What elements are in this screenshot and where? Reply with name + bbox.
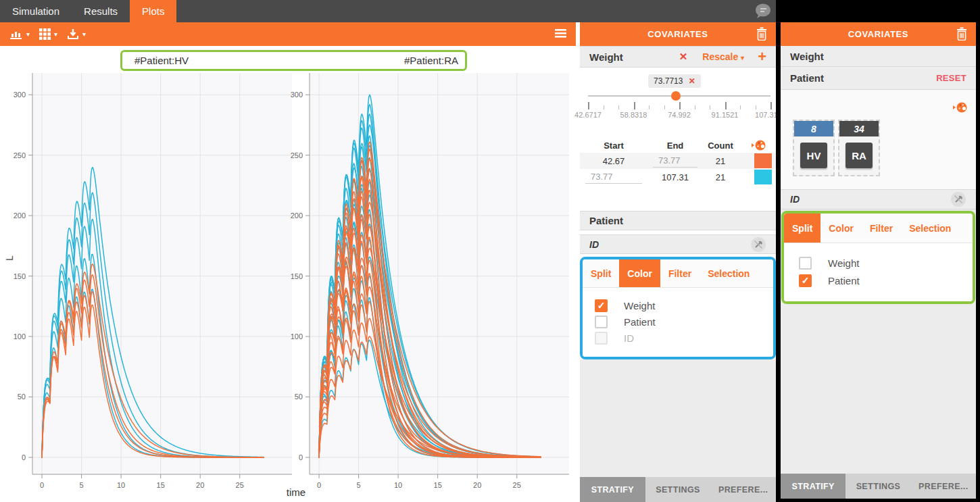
trash-icon[interactable] (956, 27, 968, 43)
group-ra-button[interactable]: RA (846, 143, 873, 168)
weight-label: Weight (589, 51, 679, 63)
eyedropper-disabled-icon[interactable] (750, 236, 766, 253)
group1-start: 42.67 (580, 156, 647, 166)
overlay-patient-header[interactable]: Patient RESET (781, 67, 976, 90)
tab-settings[interactable]: SETTINGS (645, 477, 711, 502)
overlay-covariates-title: COVARIATES (848, 29, 908, 39)
tab-plots[interactable]: Plots (130, 0, 176, 22)
covariates-title: COVARIATES (647, 29, 708, 39)
group2-color-swatch[interactable] (754, 170, 772, 184)
tab-color[interactable]: Color (619, 259, 660, 287)
checkbox-row-patient[interactable]: Patient (595, 313, 773, 330)
weight-section-header[interactable]: Weight ✕ Rescale ▾ + (580, 46, 776, 68)
tab-filter[interactable]: Filter (660, 259, 700, 287)
export-button[interactable]: ▾ (67, 28, 86, 40)
tab-stratify[interactable]: STRATIFY (580, 477, 645, 502)
app-window: Simulation Results Plots ▾ (0, 0, 980, 502)
id-section-header[interactable]: ID (580, 234, 776, 254)
overlay-weight-label: Weight (790, 51, 824, 62)
tab-selection[interactable]: Selection (901, 214, 959, 243)
slider-tick-label: 58.8318 (620, 111, 647, 119)
checkbox-row-patient[interactable]: ✓ Patient (799, 272, 973, 289)
tab-selection[interactable]: Selection (700, 259, 758, 287)
svg-text:250: 250 (14, 151, 26, 159)
plot-menu-button[interactable] (555, 28, 566, 41)
reset-button[interactable]: RESET (936, 73, 966, 83)
svg-text:100: 100 (14, 332, 26, 341)
id-checkbox-label: ID (624, 332, 634, 344)
plot-left-hv[interactable]: 0510152025050100150200250300 (0, 59, 293, 497)
plot-title-left: #Patient:HV (134, 55, 189, 66)
tab-preferences[interactable]: PREFERE... (710, 477, 776, 502)
plot-right-ra[interactable]: 0510152025050100150200250300 (277, 59, 570, 497)
svg-text:0: 0 (299, 453, 303, 461)
overlay-weight-header[interactable]: Weight (781, 46, 976, 67)
remove-cut-icon[interactable]: ✕ (689, 76, 695, 86)
add-group-button[interactable]: + (758, 50, 766, 64)
eyedropper-disabled-icon[interactable] (950, 191, 966, 207)
slider-tick-label: 42.6717 (574, 111, 602, 119)
col-count: Count (703, 141, 738, 151)
weight-checkbox[interactable]: ✓ (595, 299, 608, 312)
chevron-down-icon: ▾ (741, 54, 744, 61)
rescale-dropdown[interactable]: Rescale ▾ (702, 51, 744, 62)
group-row-2: 73.77 107.31 21 (580, 169, 776, 185)
overlay-id-label: ID (790, 194, 800, 205)
group2-count: 21 (703, 172, 738, 182)
layout-grid-icon (39, 28, 51, 40)
tab-simulation[interactable]: Simulation (0, 0, 72, 22)
weight-checkbox[interactable] (799, 257, 812, 270)
group-hv-box[interactable]: 8 HV (793, 120, 835, 176)
tab-stratify[interactable]: STRATIFY (781, 474, 846, 499)
chart-type-button[interactable]: ▾ (9, 29, 30, 40)
palette-button[interactable] (738, 140, 776, 151)
tab-filter[interactable]: Filter (862, 214, 901, 243)
svg-text:0: 0 (22, 453, 26, 461)
weight-slider-section: 73.7713 ✕ 42.671758.831874.99291.1521107… (580, 68, 776, 138)
tab-settings[interactable]: SETTINGS (846, 474, 910, 499)
weight-checkbox-label: Weight (828, 257, 859, 269)
palette-button[interactable] (953, 102, 968, 116)
export-download-icon (67, 28, 79, 40)
color-checkbox-list: ✓ Weight Patient ID (583, 288, 773, 357)
svg-text:10: 10 (394, 481, 402, 489)
slider-value-chip[interactable]: 73.7713 ✕ (648, 74, 701, 88)
slider-tick-label: 74.992 (668, 111, 691, 119)
trash-icon[interactable] (756, 27, 768, 43)
group-hv-button[interactable]: HV (800, 143, 827, 168)
overlay-filler (781, 304, 976, 474)
patient-section-header[interactable]: Patient (580, 211, 776, 230)
id-checkbox (595, 332, 608, 345)
slider-track[interactable] (588, 95, 770, 97)
tab-color[interactable]: Color (820, 214, 862, 243)
group-ra-box[interactable]: 34 RA (838, 120, 880, 176)
svg-text:20: 20 (196, 481, 204, 489)
group2-start-input[interactable]: 73.77 (585, 170, 642, 184)
patient-checkbox-label: Patient (624, 316, 656, 328)
checkbox-row-weight[interactable]: ✓ Weight (595, 297, 773, 313)
slider-thumb[interactable] (671, 91, 681, 101)
group1-color-swatch[interactable] (754, 153, 772, 168)
chevron-down-icon: ▾ (82, 30, 86, 38)
checkbox-row-weight[interactable]: Weight (799, 254, 973, 272)
plot-titles-highlight-box: #Patient:HV #Patient:RA (120, 50, 467, 71)
overlay-patient-groups: 8 HV 34 RA (781, 90, 976, 189)
svg-text:50: 50 (295, 393, 303, 401)
overlay-id-header[interactable]: ID (781, 189, 976, 209)
tab-preferences[interactable]: PREFERE... (911, 474, 976, 499)
slider-value: 73.7713 (654, 76, 683, 86)
overlay-stratify-tabs: Split Color Filter Selection (784, 214, 973, 243)
layout-grid-button[interactable]: ▾ (39, 28, 57, 40)
chat-bubble-icon[interactable] (754, 3, 772, 19)
stratify-covariates-panel: COVARIATES Weight ✕ Rescale ▾ + 73.7713 (580, 22, 776, 502)
svg-text:50: 50 (18, 393, 26, 401)
tab-split[interactable]: Split (583, 259, 619, 287)
group1-count: 21 (703, 156, 738, 166)
patient-checkbox[interactable] (595, 316, 608, 328)
patient-checkbox[interactable]: ✓ (799, 274, 812, 287)
tab-split[interactable]: Split (784, 214, 820, 243)
remove-weight-icon[interactable]: ✕ (679, 51, 688, 63)
overlay-patient-label: Patient (790, 72, 824, 84)
group1-end-input[interactable]: 73.77 (653, 154, 697, 168)
tab-results[interactable]: Results (72, 0, 130, 22)
